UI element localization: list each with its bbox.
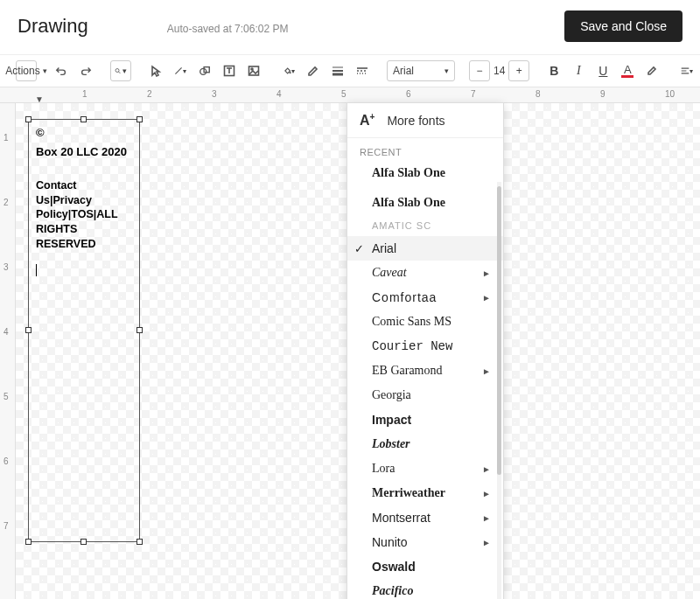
font-item[interactable]: Lobster xyxy=(347,432,503,456)
font-item[interactable]: Montserrat► xyxy=(347,505,503,530)
save-and-close-button[interactable]: Save and Close xyxy=(564,10,682,42)
submenu-arrow-icon: ► xyxy=(482,464,491,474)
font-item-label: Courier New xyxy=(372,339,452,353)
recent-section-label: RECENT xyxy=(347,138,503,161)
highlighter-icon xyxy=(646,65,658,77)
font-item-label: Alfa Slab One xyxy=(372,166,445,180)
italic-button[interactable]: I xyxy=(568,60,589,81)
font-item[interactable]: Comfortaa► xyxy=(347,285,503,310)
dialog-header: Drawing Auto-saved at 7:06:02 PM Save an… xyxy=(0,0,700,55)
ruler-mark: 4 xyxy=(4,327,9,337)
font-item[interactable]: Alfa Slab One xyxy=(347,191,503,215)
font-item[interactable]: Merriweather► xyxy=(347,481,503,505)
submenu-arrow-icon: ► xyxy=(482,513,491,523)
caret-down-icon: ▾ xyxy=(690,67,693,75)
line-dash-icon xyxy=(356,66,368,76)
font-item-label: Lobster xyxy=(372,437,410,451)
selected-textbox[interactable]: © Box 20 LLC 2020 Contact Us|Privacy Pol… xyxy=(28,119,140,542)
more-fonts-label: More fonts xyxy=(387,114,444,128)
ruler-mark: 10 xyxy=(665,89,675,99)
add-font-icon: A+ xyxy=(360,112,374,129)
drawing-canvas[interactable]: 1234567 © Box 20 LLC 2020 Contact Us|Pri… xyxy=(0,103,700,599)
svg-point-0 xyxy=(116,69,119,73)
border-weight-button[interactable] xyxy=(327,60,348,81)
font-item-label: Arial xyxy=(372,241,396,255)
ruler-mark: 9 xyxy=(600,89,606,99)
caret-down-icon: ▾ xyxy=(183,67,186,75)
font-item[interactable]: Caveat► xyxy=(347,261,503,285)
border-dash-button[interactable] xyxy=(352,60,373,81)
resize-handle-bl[interactable] xyxy=(25,539,32,545)
font-item[interactable]: AMATIC SC xyxy=(347,215,503,236)
resize-handle-ml[interactable] xyxy=(25,327,32,333)
ruler-mark: 6 xyxy=(406,89,411,99)
font-size-increase[interactable]: + xyxy=(508,60,529,81)
zoom-button[interactable]: ▾ xyxy=(110,60,131,81)
ruler-mark: 7 xyxy=(471,89,476,99)
caret-down-icon: ▾ xyxy=(43,66,47,75)
font-item-label: AMATIC SC xyxy=(372,220,431,231)
font-item[interactable]: Comic Sans MS xyxy=(347,310,503,334)
font-item-label: Montserrat xyxy=(372,511,430,525)
shape-tool[interactable] xyxy=(194,60,215,81)
resize-handle-mr[interactable] xyxy=(136,327,143,333)
font-item-label: Impact xyxy=(372,413,411,427)
highlight-button[interactable] xyxy=(641,60,662,81)
textbox-tool[interactable] xyxy=(219,60,240,81)
font-item-recent[interactable]: Alfa Slab One xyxy=(347,161,503,185)
cursor-icon xyxy=(150,65,162,77)
actions-menu-button[interactable]: Actions ▾ xyxy=(16,60,37,81)
font-item-label: EB Garamond xyxy=(372,364,442,378)
fill-color-button[interactable]: ▾ xyxy=(278,60,299,81)
font-item[interactable]: Georgia xyxy=(347,383,503,407)
submenu-arrow-icon: ► xyxy=(482,538,491,547)
font-item[interactable]: Impact xyxy=(347,407,503,432)
resize-handle-br[interactable] xyxy=(136,539,143,545)
shape-icon xyxy=(199,65,211,77)
font-family-label: Arial xyxy=(393,65,414,77)
resize-handle-bm[interactable] xyxy=(80,539,87,545)
zoom-icon xyxy=(115,65,121,77)
undo-button[interactable] xyxy=(51,60,72,81)
font-family-dropdown[interactable]: Arial ▾ xyxy=(387,60,455,81)
textbox-content[interactable]: © Box 20 LLC 2020 Contact Us|Privacy Pol… xyxy=(29,120,139,283)
resize-handle-tr[interactable] xyxy=(136,116,143,122)
ruler-mark: 6 xyxy=(4,456,9,466)
svg-point-1 xyxy=(200,68,206,74)
font-size-value[interactable]: 14 xyxy=(494,61,505,80)
underline-button[interactable]: U xyxy=(592,60,613,81)
ruler-mark: 1 xyxy=(82,89,88,99)
font-size-decrease[interactable]: − xyxy=(469,60,490,81)
font-item-label: Pacifico xyxy=(372,584,413,598)
font-menu-scrollbar-thumb[interactable] xyxy=(497,186,501,475)
pencil-icon xyxy=(307,65,319,77)
resize-handle-tl[interactable] xyxy=(25,116,32,122)
bold-button[interactable]: B xyxy=(543,60,564,81)
font-item[interactable]: Courier New xyxy=(347,334,503,359)
redo-button[interactable] xyxy=(75,60,96,81)
ruler-mark: 3 xyxy=(212,89,217,99)
resize-handle-tm[interactable] xyxy=(80,116,87,122)
font-item[interactable]: Pacifico xyxy=(347,579,503,599)
indent-marker-icon[interactable]: ▼▲ xyxy=(35,94,44,103)
more-fonts-item[interactable]: A+ More fonts xyxy=(347,103,503,138)
text-caret xyxy=(36,264,37,276)
text-color-button[interactable]: A xyxy=(617,60,638,81)
actions-label: Actions xyxy=(5,65,39,77)
vertical-ruler: 1234567 xyxy=(0,103,16,599)
select-tool[interactable] xyxy=(145,60,166,81)
text-line: Contact Us|Privacy Policy|TOS|ALL RIGHTS… xyxy=(36,178,132,252)
font-item[interactable]: EB Garamond► xyxy=(347,359,503,383)
font-item[interactable]: Nunito► xyxy=(347,530,503,554)
border-color-button[interactable] xyxy=(303,60,324,81)
line-tool[interactable]: ▾ xyxy=(170,60,191,81)
align-button[interactable]: ▾ xyxy=(676,60,697,81)
font-item[interactable]: Oswald xyxy=(347,554,503,579)
horizontal-ruler: ▼▲ 12345678910 xyxy=(0,87,700,103)
ruler-mark: 2 xyxy=(4,198,9,207)
image-tool[interactable] xyxy=(243,60,264,81)
font-item[interactable]: Lora► xyxy=(347,456,503,481)
font-item[interactable]: Arial xyxy=(347,236,503,261)
font-item-label: Oswald xyxy=(372,560,416,574)
font-item-label: Nunito xyxy=(372,535,407,549)
